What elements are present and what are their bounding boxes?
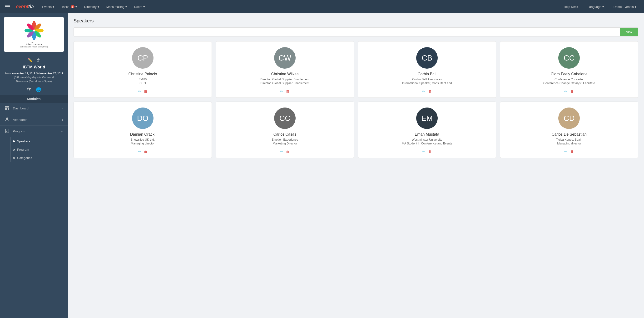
speaker-actions: ✏🗑 [280,149,290,154]
sidebar-item-speakers[interactable]: Speakers [0,137,68,145]
speaker-card: DODamian OrackiShowslice UK Ltd.Managing… [74,102,212,158]
delete-speaker-button[interactable]: 🗑 [144,89,148,94]
speaker-org: Emotion Experience [272,138,298,141]
search-row: New [74,27,638,37]
speaker-card: CCCiara Feely CahalaneConference Convert… [500,41,638,98]
svg-rect-8 [5,106,7,107]
nav-item-events[interactable]: Events ▾ [39,3,57,11]
delete-event-button[interactable]: 🗑 [36,58,40,62]
delete-speaker-button[interactable]: 🗑 [144,149,148,154]
speaker-card: CWChristina WilkesDirector, Global Suppl… [216,41,354,98]
sidebar-item-program-sub[interactable]: Program [0,145,68,154]
speaker-role: Director, Global Supplier Enablement [260,82,310,85]
attendees-label: Attendees [13,118,27,122]
content-area: Speakers New CPChristine PalacioE-180CEO… [68,13,644,318]
dashboard-icon [5,106,10,111]
delete-speaker-button[interactable]: 🗑 [286,89,290,94]
hamburger-menu[interactable] [5,5,10,8]
sidebar-item-categories[interactable]: Categories [0,154,68,162]
speaker-card: CPChristine PalacioE-180CEO✏🗑 [74,41,212,98]
sidebar-item-attendees[interactable]: Attendees › [0,114,68,126]
speaker-role: International Speaker, Consultant and [402,82,452,85]
page-title: Speakers [74,18,638,24]
speaker-avatar: CW [274,47,296,69]
speaker-actions: ✏🗑 [138,89,148,94]
edit-speaker-button[interactable]: ✏ [564,149,567,154]
edit-event-button[interactable]: ✏️ [28,58,32,62]
program-label: Program [13,129,25,133]
edit-speaker-button[interactable]: ✏ [138,149,141,154]
map-icon[interactable]: 🗺 [27,87,31,92]
nav-item-helpdesk[interactable]: Help Desk [561,3,581,11]
sidebar-item-dashboard[interactable]: Dashboard › [0,103,68,114]
sidebar-item-program[interactable]: Program ∨ [0,126,68,137]
edit-speaker-button[interactable]: ✏ [138,89,141,94]
speaker-avatar: CC [274,107,296,129]
modules-label: Modules [0,95,68,103]
submenu-line-3 [10,154,11,162]
speaker-org: Conference Converter [554,78,584,81]
speaker-role: Managing director [557,142,581,145]
speaker-org: E-180 [139,78,146,81]
nav-item-language[interactable]: Language ▾ [585,3,607,11]
attendees-icon [5,117,10,122]
search-input[interactable] [74,28,620,36]
svg-point-12 [6,117,8,119]
nav-items: Events ▾ Tasks 5 ▾ Directory ▾ Mass mail… [39,3,148,11]
logo-tagline: connections mean everything [20,46,48,48]
speaker-card: CDCarlos De SebastiánTielsa Kenes, Spain… [500,102,638,158]
nav-item-tasks[interactable]: Tasks 5 ▾ [58,3,80,11]
attendees-chevron: › [62,118,63,122]
nav-item-mass-mailing[interactable]: Mass mailing ▾ [104,3,130,11]
nav-left: eventtia Events ▾ Tasks 5 ▾ Directory ▾ … [5,3,148,11]
speaker-org: Corbin Ball Associates [412,78,442,81]
edit-speaker-button[interactable]: ✏ [280,89,283,94]
edit-speaker-button[interactable]: ✏ [280,149,283,154]
speaker-actions: ✏🗑 [422,89,432,94]
speaker-org: Director, Global Supplier Enablement [260,78,310,81]
delete-speaker-button[interactable]: 🗑 [428,89,432,94]
speaker-org: Westminster University [412,138,442,141]
svg-rect-11 [8,108,9,110]
speaker-name: Corbin Ball [418,72,436,76]
speaker-avatar: CD [558,107,580,129]
speaker-avatar: CP [132,47,154,69]
nav-item-users[interactable]: Users ▾ [131,3,148,11]
speaker-role: CEO [140,82,146,85]
speaker-avatar: CB [416,47,438,69]
nav-item-directory[interactable]: Directory ▾ [82,3,102,11]
delete-speaker-button[interactable]: 🗑 [428,149,432,154]
edit-speaker-button[interactable]: ✏ [422,89,425,94]
delete-speaker-button[interactable]: 🗑 [570,149,574,154]
speaker-card: CBCorbin BallCorbin Ball AssociatesInter… [358,41,496,98]
delete-speaker-button[interactable]: 🗑 [286,149,290,154]
categories-label: Categories [17,156,32,160]
new-button[interactable]: New [620,28,638,36]
nav-item-demo[interactable]: Demo Eventtia ▾ [611,3,639,11]
dashboard-label: Dashboard [13,107,28,110]
top-navigation: eventtia Events ▾ Tasks 5 ▾ Directory ▾ … [0,0,644,13]
speaker-avatar: EM [416,107,438,129]
speaker-avatar: CC [558,47,580,69]
edit-speaker-button[interactable]: ✏ [422,149,425,154]
speakers-label: Speakers [17,139,30,143]
program-chevron: ∨ [61,130,63,133]
speaker-name: Carlos De Sebastián [552,132,587,137]
edit-speaker-button[interactable]: ✏ [564,89,567,94]
categories-dot [13,157,15,159]
brand-logo: eventtia [16,4,34,10]
sidebar: ibtm™events connections mean everything … [0,13,68,318]
event-remaining: (351 remaining days for the event) [14,76,54,79]
main-layout: ibtm™events connections mean everything … [0,13,644,318]
event-title: IBTM World [0,64,68,71]
nav-right: Help Desk Language ▾ Demo Eventtia ▾ [561,3,639,11]
speaker-actions: ✏🗑 [422,149,432,154]
speaker-role: Managing director [131,142,155,145]
delete-speaker-button[interactable]: 🗑 [570,89,574,94]
submenu-line-2 [10,145,11,154]
speaker-name: Christina Wilkes [271,72,299,76]
globe-icon[interactable]: 🌐 [36,87,41,92]
event-date-from: November 15, 2017 [12,72,35,75]
event-logo-area: ibtm™events connections mean everything [4,17,64,52]
submenu-line [10,137,11,145]
